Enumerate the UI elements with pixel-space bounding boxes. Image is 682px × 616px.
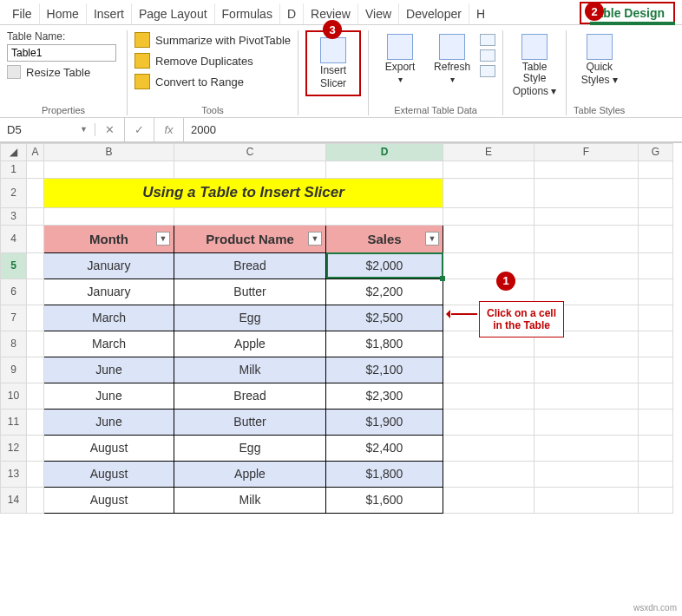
cell-B10[interactable]: June: [44, 383, 174, 409]
fx-icon[interactable]: fx: [154, 118, 184, 141]
cell-C14[interactable]: Milk: [174, 487, 326, 513]
row-10[interactable]: 10: [1, 383, 27, 409]
cell-C7[interactable]: Egg: [174, 305, 326, 331]
table-style-options-button[interactable]: Table Style Options ▾: [510, 30, 559, 102]
remove-duplicates-button[interactable]: Remove Duplicates: [134, 51, 291, 70]
col-C[interactable]: C: [174, 143, 326, 161]
convert-range-button[interactable]: Convert to Range: [134, 72, 291, 91]
cell-C5[interactable]: Bread: [174, 252, 326, 279]
ext-mini-icon-2[interactable]: [480, 49, 495, 62]
title-banner[interactable]: Using a Table to Insert Slicer: [44, 178, 443, 207]
row-2[interactable]: 2: [1, 178, 27, 207]
tab-home[interactable]: Home: [40, 3, 87, 24]
filter-product-icon[interactable]: ▼: [308, 232, 322, 246]
filter-sales-icon[interactable]: ▼: [425, 232, 439, 246]
row-5[interactable]: 5: [1, 252, 27, 279]
remove-dup-icon: [134, 53, 150, 69]
quick-styles-label-1: Quick: [586, 62, 613, 73]
cell-C12[interactable]: Egg: [174, 435, 326, 461]
quick-styles-button[interactable]: Quick Styles ▾: [575, 30, 624, 89]
cell-D11[interactable]: $1,900: [326, 409, 443, 435]
col-A[interactable]: A: [27, 143, 44, 161]
cell-B14[interactable]: August: [44, 487, 174, 513]
tab-developer[interactable]: Developer: [399, 3, 469, 24]
quick-styles-label-2: Styles: [581, 74, 610, 86]
tab-page-layout[interactable]: Page Layout: [132, 3, 215, 24]
fx-cancel[interactable]: ✕: [95, 118, 125, 141]
cell-C8[interactable]: Apple: [174, 331, 326, 357]
row-3[interactable]: 3: [1, 207, 27, 225]
fill-handle[interactable]: [440, 276, 445, 281]
summarize-pivot-button[interactable]: Summarize with PivotTable: [134, 30, 291, 49]
convert-icon: [134, 74, 150, 89]
tab-formulas[interactable]: Formulas: [215, 3, 280, 24]
cell-B5[interactable]: January: [44, 252, 174, 279]
col-G[interactable]: G: [639, 143, 673, 161]
resize-table-button[interactable]: Resize Table: [7, 63, 120, 81]
header-sales[interactable]: Sales▼: [326, 225, 443, 252]
table-name-input[interactable]: [7, 44, 116, 62]
row-7[interactable]: 7: [1, 305, 27, 331]
cell-D7[interactable]: $2,500: [326, 305, 443, 331]
row-9[interactable]: 9: [1, 357, 27, 383]
cell-D12[interactable]: $2,400: [326, 435, 443, 461]
select-all-corner[interactable]: ◢: [1, 143, 27, 161]
col-D[interactable]: D: [326, 143, 443, 161]
row-1[interactable]: 1: [1, 161, 27, 178]
header-product[interactable]: Product Name▼: [174, 225, 326, 252]
row-14[interactable]: 14: [1, 487, 27, 513]
cell-C6[interactable]: Butter: [174, 279, 326, 305]
cell-B12[interactable]: August: [44, 435, 174, 461]
tab-view[interactable]: View: [358, 3, 399, 24]
cell-C11[interactable]: Butter: [174, 409, 326, 435]
cell-D10[interactable]: $2,300: [326, 383, 443, 409]
tab-file[interactable]: File: [5, 3, 40, 24]
row-11[interactable]: 11: [1, 409, 27, 435]
name-box[interactable]: D5▼: [0, 123, 95, 136]
export-icon: [387, 34, 413, 60]
refresh-button[interactable]: Refresh▾: [428, 30, 476, 88]
cell-D13[interactable]: $1,800: [326, 461, 443, 487]
cell-B6[interactable]: January: [44, 279, 174, 305]
cell-B13[interactable]: August: [44, 461, 174, 487]
cell-D6[interactable]: $2,200: [326, 279, 443, 305]
col-E[interactable]: E: [443, 143, 534, 161]
export-button[interactable]: Export▾: [376, 30, 424, 88]
ext-mini-icon-1[interactable]: [480, 34, 495, 46]
cell-B8[interactable]: March: [44, 331, 174, 357]
header-month[interactable]: Month▼: [44, 225, 174, 252]
group-table-styles: Quick Styles ▾ Table Styles: [567, 30, 632, 115]
tab-help-truncated[interactable]: H: [469, 3, 492, 24]
cell-C13[interactable]: Apple: [174, 461, 326, 487]
formula-input[interactable]: 2000: [184, 123, 682, 136]
row-13[interactable]: 13: [1, 461, 27, 487]
insert-slicer-button[interactable]: Insert Slicer: [309, 34, 357, 93]
badge-2: 2: [585, 2, 604, 21]
cell-C10[interactable]: Bread: [174, 383, 326, 409]
group-insert-slicer: 3 Insert Slicer: [298, 30, 369, 115]
remove-dup-label: Remove Duplicates: [155, 55, 253, 68]
tab-data-truncated[interactable]: D: [280, 3, 304, 24]
row-8[interactable]: 8: [1, 331, 27, 357]
ribbon-tabs: File Home Insert Page Layout Formulas D …: [0, 0, 682, 25]
ext-mini-icon-3[interactable]: [480, 65, 495, 77]
cell-B7[interactable]: March: [44, 305, 174, 331]
cell-D14[interactable]: $1,600: [326, 487, 443, 513]
cell-C9[interactable]: Milk: [174, 357, 326, 383]
filter-month-icon[interactable]: ▼: [156, 232, 170, 246]
resize-table-icon: [7, 65, 21, 79]
col-B[interactable]: B: [44, 143, 174, 161]
cell-D8[interactable]: $1,800: [326, 331, 443, 357]
row-6[interactable]: 6: [1, 279, 27, 305]
cell-B9[interactable]: June: [44, 357, 174, 383]
col-F[interactable]: F: [534, 143, 639, 161]
sheet-grid: ◢ A B C D E F G 1 2 Using a Table to Ins…: [0, 142, 682, 514]
fx-enter[interactable]: ✓: [125, 118, 154, 141]
cell-D9[interactable]: $2,100: [326, 357, 443, 383]
sheet-table: ◢ A B C D E F G 1 2 Using a Table to Ins…: [0, 143, 673, 514]
tab-insert[interactable]: Insert: [87, 3, 132, 24]
row-12[interactable]: 12: [1, 435, 27, 461]
row-4[interactable]: 4: [1, 225, 27, 252]
cell-B11[interactable]: June: [44, 409, 174, 435]
cell-D5-selected[interactable]: $2,000: [326, 252, 443, 279]
